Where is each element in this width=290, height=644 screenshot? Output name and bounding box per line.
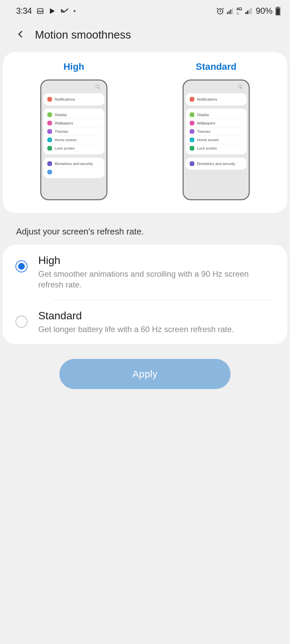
battery-icon (275, 7, 281, 15)
gallery-icon (37, 7, 44, 15)
signal-icon (227, 8, 233, 14)
play-store-icon (49, 7, 56, 15)
preview-high[interactable]: High Notifications Display Wallpapers Th… (40, 61, 107, 200)
battery-percent: 90% (256, 6, 273, 16)
option-standard-title: Standard (38, 310, 271, 322)
status-bar: 3:34 4G⇅ 90% (0, 0, 290, 19)
preview-high-label: High (63, 61, 84, 72)
status-right: 4G⇅ 90% (216, 6, 281, 16)
phone-mock-standard: Notifications Display Wallpapers Themes … (183, 79, 250, 200)
back-button[interactable] (16, 30, 26, 40)
option-high-desc: Get smoother animations and scrolling wi… (38, 269, 271, 290)
options-panel: High Get smoother animations and scrolli… (3, 245, 287, 344)
header: Motion smoothness (0, 19, 290, 52)
more-notifications-icon (74, 10, 76, 12)
preview-standard-label: Standard (196, 61, 236, 72)
radio-high[interactable] (15, 260, 28, 272)
option-high-title: High (38, 254, 271, 267)
search-icon (96, 85, 99, 88)
option-standard[interactable]: Standard Get longer battery life with a … (3, 300, 287, 344)
missed-call-icon (61, 8, 69, 14)
preview-standard[interactable]: Standard Notifications Display Wallpaper… (183, 61, 250, 200)
page-title: Motion smoothness (35, 29, 131, 41)
svg-marker-1 (50, 8, 55, 14)
apply-button[interactable]: Apply (59, 359, 231, 389)
status-time: 3:34 (16, 6, 32, 16)
svg-rect-9 (276, 8, 280, 15)
status-left: 3:34 (16, 6, 76, 16)
signal-icon-2 (245, 8, 252, 14)
svg-line-4 (220, 11, 221, 12)
preview-panel: High Notifications Display Wallpapers Th… (3, 52, 287, 213)
option-standard-desc: Get longer battery life with a 60 Hz scr… (38, 324, 271, 335)
phone-mock-high: Notifications Display Wallpapers Themes … (40, 79, 107, 200)
svg-line-6 (223, 8, 224, 9)
search-icon (238, 85, 241, 88)
network-type: 4G⇅ (236, 7, 242, 15)
description-text: Adjust your screen's refresh rate. (0, 213, 290, 245)
svg-line-5 (217, 8, 218, 9)
option-high[interactable]: High Get smoother animations and scrolli… (3, 245, 287, 300)
radio-standard[interactable] (15, 316, 28, 328)
alarm-icon (216, 7, 224, 15)
